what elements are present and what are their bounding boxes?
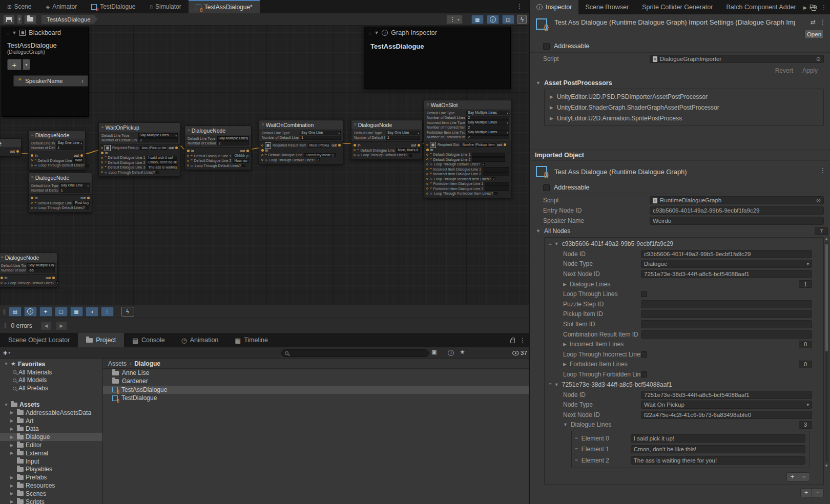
lock-icon[interactable] [510, 340, 515, 343]
favorite-item-all-prefabs[interactable]: All Prefabs [0, 384, 102, 392]
console-button[interactable]: ▤ [9, 307, 22, 317]
file-item-gardener[interactable]: Gardener [103, 377, 529, 385]
drag-handle-icon[interactable]: = [549, 382, 551, 387]
toolbar-grip-icon[interactable]: ∥ [4, 322, 7, 329]
element-field[interactable]: Cmon, don't be like this! [631, 445, 805, 453]
input-port[interactable] [426, 183, 428, 185]
foldout-closed-icon[interactable]: ▶ [10, 451, 15, 455]
connection-wire[interactable] [180, 146, 184, 149]
property-dropdown[interactable]: Say One Line [386, 131, 420, 135]
drag-handle-icon[interactable]: = [575, 457, 577, 463]
lock-icon[interactable] [812, 7, 816, 11]
property-dropdown[interactable]: Dialogue [641, 260, 812, 268]
graph-inspector-panel[interactable]: ≡ ▼ i Graph Inspector TestAssDialogue [364, 27, 511, 89]
property-field[interactable]: 1 [300, 136, 341, 140]
array-count[interactable]: 3 [799, 421, 812, 429]
loop-checkbox[interactable]: ✓ [317, 158, 320, 161]
input-port[interactable] [261, 149, 264, 152]
line-field[interactable] [472, 157, 505, 162]
node-menu-icon[interactable]: ≡ [262, 122, 264, 127]
presets-icon[interactable]: ⇄ [811, 18, 816, 26]
node-title-bar[interactable]: ≡WaitOnCombination [259, 120, 343, 129]
entry-node-id-field[interactable]: c93b5606-401f-49a2-99b5-9ecbf1fa9c29 [650, 206, 824, 215]
bottom-tab-animation[interactable]: ◷Animation [173, 333, 227, 347]
input-port[interactable] [31, 159, 33, 161]
foldout-closed-icon[interactable]: ▶ [10, 427, 15, 431]
speaker-name-field[interactable]: Weirdo [650, 217, 824, 225]
info-button[interactable]: i [24, 307, 37, 317]
play-button[interactable]: ◑ [86, 307, 98, 317]
loop-checkbox[interactable] [86, 206, 89, 209]
output-port[interactable] [246, 150, 249, 152]
foldout-open-icon[interactable]: ▼ [554, 241, 559, 246]
postprocessor-item[interactable]: ▶UnityEditor.U2D.Animation.SpritePostPro… [545, 113, 823, 123]
input-port[interactable] [1, 282, 3, 284]
favorites-root[interactable]: ▼★Favorites [0, 360, 102, 368]
input-port[interactable] [101, 152, 103, 154]
foldout-open-icon[interactable]: ▼ [4, 362, 9, 366]
property-field[interactable]: 1 [386, 136, 420, 140]
input-port[interactable] [354, 149, 356, 151]
foldout-closed-icon[interactable]: ▶ [550, 116, 553, 121]
line-field[interactable]: I said pick it up! [147, 156, 177, 160]
save-menu-button[interactable]: ▾ [17, 15, 22, 24]
property-field[interactable]: 2 [466, 135, 509, 140]
add-property-button[interactable]: + [7, 59, 22, 70]
loop-checkbox[interactable] [242, 164, 245, 167]
property-field[interactable]: c93b5606-401f-49a2-99b5-9ecbf1fa9c29 [641, 250, 812, 258]
input-port[interactable] [426, 193, 428, 195]
node-menu-icon[interactable]: ≡ [31, 175, 33, 180]
folder-item-editor[interactable]: ▶Editor [0, 441, 102, 449]
node-title-bar[interactable]: ≡WaitOnPickup [99, 123, 180, 132]
inspector-tab-sprite-collider-generator[interactable]: Sprite Collider Generator [635, 0, 719, 14]
input-port[interactable] [31, 202, 33, 204]
line-field[interactable]: The ass is waiting there for [147, 165, 177, 170]
property-field[interactable]: 1 [56, 146, 83, 151]
breadcrumb[interactable]: TestAssDialogue [42, 15, 98, 24]
drag-handle-icon[interactable]: = [575, 447, 577, 452]
breadcrumb-current[interactable]: Dialogue [134, 360, 160, 367]
output-port[interactable] [16, 150, 19, 153]
input-port[interactable] [101, 161, 103, 163]
input-port[interactable] [101, 147, 103, 149]
graph-node-startnode[interactable]: ≡StartNodeSpeakerNameout [0, 138, 22, 156]
inspector-menu-icon[interactable]: ⋮ [821, 4, 827, 11]
script-field[interactable]: # RuntimeDialogueGraph ⊙ [650, 196, 824, 204]
property-dropdown[interactable]: Say One Line [59, 183, 90, 188]
connection-wire[interactable] [86, 151, 98, 154]
property-field[interactable]: 2 [217, 141, 249, 146]
loop-checkbox[interactable]: ✓ [56, 281, 59, 284]
line-field[interactable]: Ohhhh yeah, [233, 154, 249, 158]
foldout-closed-icon[interactable]: ▶ [563, 362, 567, 367]
drag-handle-icon[interactable]: = [549, 241, 551, 247]
foldout-closed-icon[interactable]: ▶ [10, 435, 15, 439]
input-port[interactable] [426, 144, 428, 146]
foldout-closed-icon[interactable]: ▶ [563, 282, 567, 287]
input-port[interactable] [31, 154, 33, 157]
all-nodes-label[interactable]: All Nodes [544, 227, 570, 235]
postprocessor-item[interactable]: ▶UnityEditor.U2D.PSD.PSDImporterAssetPos… [545, 91, 823, 102]
next-error-button[interactable]: ▶ [56, 321, 67, 330]
input-port[interactable] [261, 159, 263, 161]
input-port[interactable] [101, 157, 103, 159]
property-checkbox[interactable] [641, 371, 647, 377]
input-port[interactable] [31, 197, 33, 199]
input-port[interactable] [354, 144, 356, 146]
foldout-closed-icon[interactable]: ▶ [10, 418, 15, 423]
object-picker-icon[interactable]: ⊙ [816, 56, 821, 62]
debug-button[interactable]: ϟ [517, 15, 527, 24]
node-title-bar[interactable]: ≡DialogueNode [0, 253, 57, 262]
folder-item-data[interactable]: ▶Data [0, 425, 102, 433]
bottom-tab-scene-object-locator[interactable]: Scene Object Locator [0, 333, 78, 347]
folder-item-prefabs[interactable]: ▶Prefabs [0, 473, 102, 481]
loop-checkbox[interactable]: ✓ [482, 163, 485, 166]
window-button[interactable]: ▢ [55, 307, 68, 317]
chevron-down-icon[interactable]: ▾ [8, 350, 10, 355]
foldout-open-icon[interactable]: ▼ [536, 228, 541, 234]
input-port[interactable] [101, 171, 103, 173]
editor-tab-scene[interactable]: ⊞Scene [0, 0, 38, 13]
graph-node-dialoguenode[interactable]: ≡DialogueNodeDefault Line TypeSay Multip… [184, 125, 252, 170]
search-by-type-icon[interactable]: ▣ [431, 349, 437, 355]
asset-postprocessors-foldout[interactable]: ▼ Asset PostProcessors [530, 77, 830, 89]
graph-canvas[interactable]: ≡StartNodeSpeakerNameout≡DialogueNodeDef… [0, 26, 529, 305]
